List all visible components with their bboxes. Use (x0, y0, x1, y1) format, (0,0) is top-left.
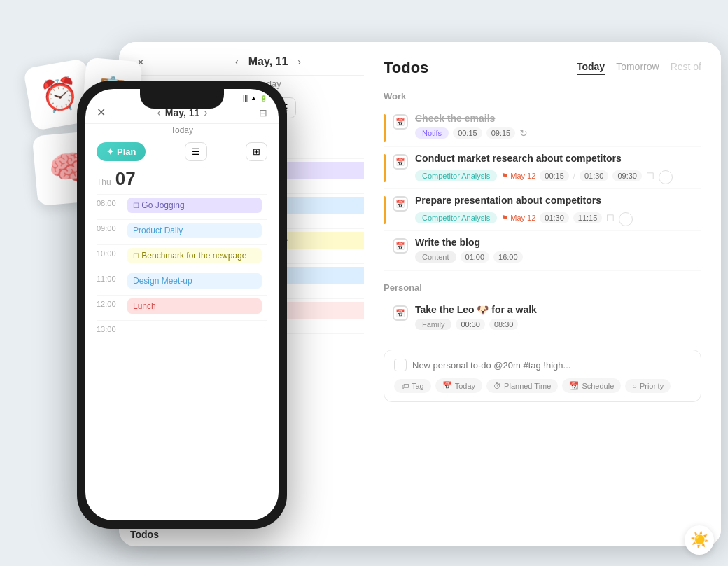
circle-icon-research[interactable] (659, 170, 673, 184)
calendar-icon-presentation: 📅 (396, 200, 405, 209)
signal-icon: ||| (243, 95, 248, 102)
task-calendar-icon-emails: 📅 (393, 114, 408, 130)
phone-time-1000: 10:00 (97, 248, 122, 258)
time-leo-1: 00:30 (456, 319, 485, 330)
tab-today[interactable]: Today (577, 61, 605, 75)
separator-research: / (573, 172, 575, 180)
chip-today[interactable]: 📅 Today (435, 378, 482, 393)
todos-panel-header: Todos Today Tomorrow Rest of (384, 59, 701, 77)
personal-section-label: Personal (384, 282, 701, 293)
phone-day-header: Thu 07 (85, 167, 279, 194)
phone-slot-1000: 10:00 ☐ Benchmark for the newpage (97, 244, 267, 270)
time-research-1: 00:15 (540, 170, 569, 181)
chip-tag[interactable]: 🏷 Tag (394, 379, 431, 393)
phone-container: ||| ▲ 🔋 ✕ ‹ May, 11 › ⊟ Today ✦ Plan (63, 39, 301, 550)
task-title-leo: Take the Leo 🐶 for a walk (415, 304, 701, 315)
phone-event-design[interactable]: Design Meet-up (127, 273, 262, 289)
chip-schedule[interactable]: 📆 Schedule (562, 378, 621, 393)
new-todo-container: 🏷 Tag 📅 Today ⏱ Planned Time 📆 Schedule … (384, 350, 701, 402)
tag-competitor-1: Competitor Analysis (415, 170, 497, 181)
checkbox-jogging: ☐ (133, 202, 139, 209)
refresh-icon: ↻ (519, 127, 528, 139)
task-calendar-icon-research: 📅 (393, 154, 408, 170)
task-content-leo: Take the Leo 🐶 for a walk Family 00:30 0… (415, 304, 701, 330)
wifi-icon: ▲ (251, 95, 257, 102)
flag-icon-presentation: ⚑ (501, 214, 508, 223)
task-content-blog: Write the blog Content 01:00 16:00 (415, 237, 701, 263)
time-presentation-1: 01:30 (540, 212, 569, 223)
new-todo-action-chips: 🏷 Tag 📅 Today ⏱ Planned Time 📆 Schedule … (394, 378, 691, 393)
phone-today-label: Today (85, 124, 279, 137)
calendar-icon-leo: 📅 (396, 309, 405, 318)
phone-event-lunch[interactable]: Lunch (127, 298, 262, 314)
date-presentation: ⚑ May 12 (501, 214, 536, 223)
time-leo-2: 08:30 (489, 319, 519, 330)
task-content-emails: Check the emails Notifs 00:15 09:15 ↻ (415, 113, 701, 139)
phone-slot-0900: 09:00 Product Daily (97, 219, 267, 244)
tag-content: Content (415, 251, 456, 263)
task-meta-emails: Notifs 00:15 09:15 ↻ (415, 127, 701, 139)
phone-sparkle-icon: ✦ (106, 146, 114, 157)
phone-event-daily[interactable]: Product Daily (127, 223, 262, 238)
calendar-icon: 📅 (396, 118, 405, 127)
phone-slot-1200: 12:00 Lunch (97, 295, 267, 320)
work-section-label: Work (384, 91, 701, 102)
phone-day-name: Thu (97, 177, 111, 187)
time-notifs-2: 09:15 (486, 127, 516, 139)
chip-priority-label: Priority (640, 382, 664, 390)
date-research: ⚑ May 12 (501, 172, 536, 181)
phone-slot-0800: 08:00 ☐ Go Jogging (97, 194, 267, 219)
phone-slot-1100: 11:00 Design Meet-up (97, 270, 267, 295)
phone-frame: ||| ▲ 🔋 ✕ ‹ May, 11 › ⊟ Today ✦ Plan (77, 81, 287, 529)
tab-tomorrow[interactable]: Tomorrow (616, 61, 659, 75)
circle-icon-presentation[interactable] (619, 212, 633, 226)
sun-icon-button[interactable]: ☀️ (685, 525, 714, 555)
phone-schedule: 08:00 ☐ Go Jogging 09:00 Product Daily 1… (85, 194, 279, 345)
note-icon-presentation: ☐ (606, 213, 615, 223)
task-calendar-icon-presentation: 📅 (393, 196, 408, 212)
tag-notifs: Notifs (415, 127, 449, 139)
priority-bar-presentation (384, 196, 386, 224)
task-content-presentation: Prepare presentation about competitors C… (415, 195, 701, 226)
calendar-icon-chip: 📅 (442, 381, 452, 390)
calendar-icon-research: 📅 (396, 158, 405, 167)
phone-filter-btn[interactable]: ⊟ (259, 107, 267, 118)
chip-planned-time[interactable]: ⏱ Planned Time (486, 379, 558, 393)
sun-emoji: ☀️ (690, 531, 709, 549)
time-blog-1: 01:00 (461, 251, 490, 263)
task-title-emails: Check the emails (415, 113, 701, 124)
battery-icon: 🔋 (260, 95, 267, 102)
task-title-presentation: Prepare presentation about competitors (415, 195, 701, 206)
checkbox-benchmark: ☐ (133, 252, 139, 260)
task-content-research: Conduct market research about competitor… (415, 153, 701, 184)
phone-time-1300: 13:00 (97, 324, 122, 333)
tag-family: Family (415, 319, 451, 330)
task-check-emails: 📅 Check the emails Notifs 00:15 09:15 ↻ (384, 109, 701, 147)
chip-priority[interactable]: ○ Priority (625, 379, 671, 393)
phone-toolbar: ✦ Plan ☰ ⊞ (85, 137, 279, 167)
phone-screen: ||| ▲ 🔋 ✕ ‹ May, 11 › ⊟ Today ✦ Plan (85, 89, 279, 520)
priority-bar-blog (384, 238, 386, 266)
new-todo-input[interactable] (412, 360, 691, 371)
phone-event-benchmark[interactable]: ☐ Benchmark for the newpage (127, 248, 262, 263)
phone-time-0800: 08:00 (97, 198, 122, 207)
priority-bar-research (384, 154, 386, 182)
chip-today-label: Today (455, 382, 475, 390)
todos-panel: Todos Today Tomorrow Rest of Work 📅 Chec… (364, 42, 721, 546)
priority-icon: ○ (632, 382, 637, 390)
phone-time-1100: 11:00 (97, 273, 122, 283)
time-presentation-2: 11:15 (573, 212, 603, 223)
tag-icon: 🏷 (401, 382, 409, 390)
priority-bar-leo (384, 305, 386, 333)
phone-event-jogging[interactable]: ☐ Go Jogging (127, 198, 262, 213)
task-meta-blog: Content 01:00 16:00 (415, 251, 701, 263)
new-todo-input-row (394, 359, 691, 371)
new-todo-checkbox[interactable] (394, 359, 407, 371)
phone-close-btn[interactable]: ✕ (97, 106, 106, 119)
chip-tag-label: Tag (412, 382, 424, 390)
phone-grid-btn[interactable]: ⊞ (246, 142, 267, 161)
phone-plan-btn[interactable]: ✦ Plan (97, 142, 146, 161)
phone-list-btn[interactable]: ☰ (185, 142, 207, 161)
tab-rest[interactable]: Rest of (671, 61, 701, 75)
task-market-research: 📅 Conduct market research about competit… (384, 149, 701, 189)
